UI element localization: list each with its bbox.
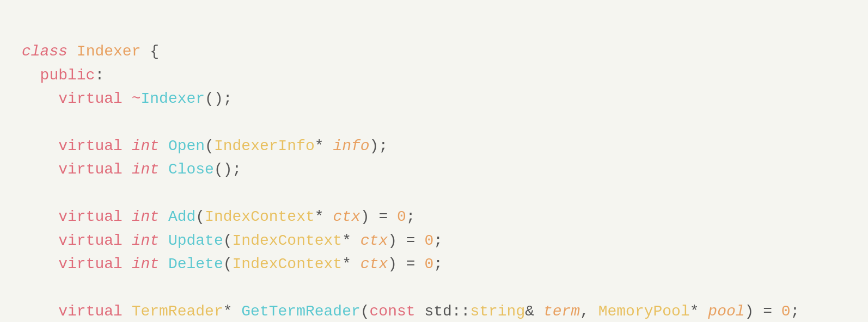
line-5: virtual int Open(IndexerInfo* info); <box>22 138 388 154</box>
line-3: virtual ~Indexer(); <box>22 90 233 107</box>
line-6: virtual int Close(); <box>22 161 241 178</box>
code-editor: class Indexer { public: virtual ~Indexer… <box>22 16 846 322</box>
line-1: class Indexer { <box>22 43 159 60</box>
line-9: virtual int Update(IndexContext* ctx) = … <box>22 232 443 249</box>
line-8: virtual int Add(IndexContext* ctx) = 0; <box>22 208 415 225</box>
line-10: virtual int Delete(IndexContext* ctx) = … <box>22 256 443 273</box>
line-2: public: <box>22 67 104 84</box>
line-12: virtual TermReader* GetTermReader(const … <box>22 303 799 320</box>
